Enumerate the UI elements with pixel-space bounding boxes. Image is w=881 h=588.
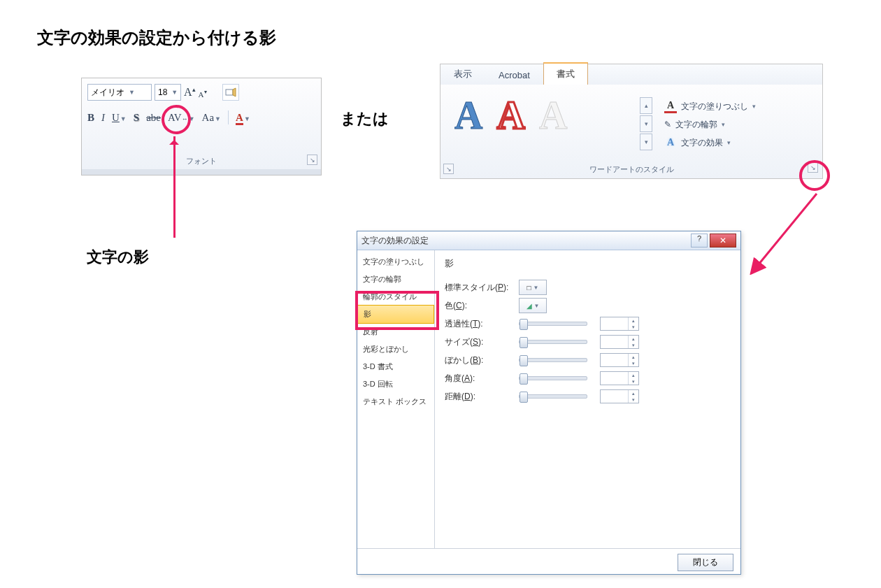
wordart-preset-red[interactable]: A bbox=[496, 93, 524, 138]
arrow-annotation bbox=[747, 191, 824, 275]
sidebar-item-reflection[interactable]: 反射 bbox=[357, 323, 434, 340]
chevron-down-icon: ▼ bbox=[129, 89, 135, 96]
help-button[interactable]: ? bbox=[691, 234, 708, 248]
size-slider[interactable] bbox=[519, 340, 587, 344]
tab-view[interactable]: 表示 bbox=[440, 63, 485, 85]
dialog-sidebar: 文字の塗りつぶし 文字の輪郭 輪郭のスタイル 影 反射 光彩とぼかし 3-D 書… bbox=[357, 250, 435, 548]
clear-format-button[interactable] bbox=[222, 84, 239, 101]
label-size: サイズ(S): bbox=[445, 336, 513, 348]
sidebar-item-outline[interactable]: 文字の輪郭 bbox=[357, 271, 434, 288]
blur-spinner[interactable]: ▴▾ bbox=[600, 353, 639, 367]
gallery-down-button[interactable]: ▾ bbox=[640, 115, 652, 132]
strikethrough-button[interactable]: abe bbox=[146, 112, 161, 124]
dialog-title-text: 文字の効果の設定 bbox=[361, 235, 429, 247]
font-mini-toolbar: メイリオ▼ 18▼ A▴ A▾ B I U▼ S abe AV↔▼ Aa▼ A▼… bbox=[81, 78, 322, 175]
sidebar-item-3d-rotation[interactable]: 3-D 回転 bbox=[357, 375, 434, 393]
text-effects-dialog: 文字の効果の設定 ? ✕ 文字の塗りつぶし 文字の輪郭 輪郭のスタイル 影 反射… bbox=[357, 231, 741, 575]
paint-bucket-icon: ◢ bbox=[527, 302, 532, 310]
wordart-preset-white[interactable]: A bbox=[539, 93, 567, 138]
pen-icon: ✎ bbox=[664, 120, 671, 129]
label-distance: 距離(D): bbox=[445, 391, 513, 403]
sidebar-item-3d-format[interactable]: 3-D 書式 bbox=[357, 358, 434, 375]
page-title: 文字の効果の設定から付ける影 bbox=[37, 27, 276, 49]
angle-slider[interactable] bbox=[519, 376, 587, 380]
panel-heading: 影 bbox=[445, 257, 731, 270]
text-fill-icon: A bbox=[664, 100, 677, 113]
bold-button[interactable]: B bbox=[87, 112, 94, 124]
close-dialog-button[interactable]: 閉じる bbox=[678, 554, 733, 571]
or-label: または bbox=[341, 108, 389, 129]
grow-font-button[interactable]: A▴ bbox=[184, 86, 196, 99]
font-color-button[interactable]: A bbox=[236, 112, 243, 125]
text-effect-icon: A bbox=[664, 137, 677, 148]
label-preset: 標準スタイル(P): bbox=[445, 282, 513, 294]
font-name-dropdown[interactable]: メイリオ▼ bbox=[87, 84, 152, 101]
text-outline-menu[interactable]: ✎文字の輪郭▾ bbox=[664, 115, 756, 134]
font-size-dropdown[interactable]: 18▼ bbox=[155, 84, 181, 101]
sidebar-item-fill[interactable]: 文字の塗りつぶし bbox=[357, 253, 434, 271]
gallery-more-button[interactable]: ▾ bbox=[640, 134, 652, 150]
dialog-launcher-icon[interactable]: ↘ bbox=[808, 162, 818, 173]
char-spacing-button[interactable]: AV↔ bbox=[168, 112, 188, 123]
sidebar-item-textbox[interactable]: テキスト ボックス bbox=[357, 393, 434, 410]
underline-button[interactable]: U bbox=[112, 112, 120, 123]
label-angle: 角度(A): bbox=[445, 373, 513, 385]
group-label-wordart: ワードアートのスタイル bbox=[440, 164, 822, 175]
wordart-preset-blue[interactable]: A bbox=[454, 93, 482, 138]
color-dropdown[interactable]: ◢▼ bbox=[519, 298, 547, 313]
arrow-annotation bbox=[173, 136, 176, 238]
tab-acrobat[interactable]: Acrobat bbox=[485, 65, 543, 85]
chevron-down-icon: ▾ bbox=[727, 139, 731, 146]
tab-format[interactable]: 書式 bbox=[543, 62, 588, 85]
text-fill-menu[interactable]: A文字の塗りつぶし▾ bbox=[664, 97, 756, 115]
chevron-down-icon: ▾ bbox=[752, 103, 756, 110]
dialog-launcher-icon[interactable]: ↘ bbox=[443, 164, 454, 174]
distance-spinner[interactable]: ▴▾ bbox=[600, 389, 639, 403]
angle-spinner[interactable]: ▴▾ bbox=[600, 371, 639, 385]
group-label-font: フォント bbox=[82, 156, 321, 166]
text-shadow-button[interactable]: S bbox=[134, 112, 139, 124]
label-color: 色(C): bbox=[445, 300, 513, 312]
sidebar-item-glow[interactable]: 光彩とぼかし bbox=[357, 340, 434, 358]
transparency-spinner[interactable]: ▴▾ bbox=[600, 317, 639, 331]
square-icon: □ bbox=[527, 284, 531, 292]
ribbon-section: 表示 Acrobat 書式 A A A ▴ ▾ ▾ A文字の塗りつぶし▾ ✎文字… bbox=[440, 64, 823, 179]
change-case-button[interactable]: Aa bbox=[202, 112, 215, 123]
sidebar-item-outline-style[interactable]: 輪郭のスタイル bbox=[357, 288, 434, 306]
transparency-slider[interactable] bbox=[519, 322, 587, 326]
preset-dropdown[interactable]: □▼ bbox=[519, 280, 547, 295]
italic-button[interactable]: I bbox=[101, 112, 105, 124]
distance-slider[interactable] bbox=[519, 394, 587, 399]
svg-rect-0 bbox=[226, 89, 233, 95]
shrink-font-button[interactable]: A▾ bbox=[199, 86, 207, 99]
svg-line-1 bbox=[752, 194, 817, 272]
blur-slider[interactable] bbox=[519, 358, 587, 362]
chevron-down-icon: ▾ bbox=[722, 121, 725, 128]
label-transparency: 透過性(T): bbox=[445, 318, 513, 330]
text-effects-menu[interactable]: A文字の効果▾ bbox=[664, 134, 756, 152]
dialog-titlebar[interactable]: 文字の効果の設定 ? ✕ bbox=[357, 231, 740, 250]
gallery-up-button[interactable]: ▴ bbox=[640, 97, 652, 114]
size-spinner[interactable]: ▴▾ bbox=[600, 335, 639, 349]
sidebar-item-shadow[interactable]: 影 bbox=[357, 305, 434, 324]
wordart-gallery[interactable]: A A A bbox=[454, 93, 567, 138]
callout-label: 文字の影 bbox=[87, 247, 149, 268]
chevron-down-icon: ▼ bbox=[171, 89, 178, 96]
close-button[interactable]: ✕ bbox=[710, 234, 736, 248]
label-blur: ぼかし(B): bbox=[445, 354, 513, 366]
dialog-launcher-icon[interactable]: ↘ bbox=[307, 155, 317, 165]
